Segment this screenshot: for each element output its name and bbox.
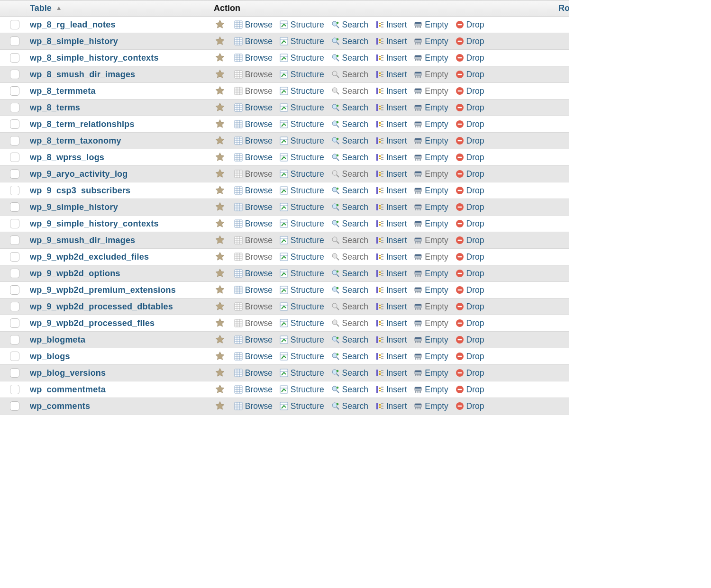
favorite-star-icon[interactable]: [215, 69, 225, 80]
insert-action[interactable]: Insert: [375, 70, 407, 80]
row-checkbox[interactable]: [10, 285, 19, 295]
search-action[interactable]: Search: [331, 20, 368, 30]
insert-action[interactable]: Insert: [375, 86, 407, 96]
table-name-link[interactable]: wp_9_simple_history: [30, 202, 118, 212]
table-name-link[interactable]: wp_8_term_relationships: [30, 119, 135, 129]
row-checkbox[interactable]: [10, 202, 19, 212]
insert-action[interactable]: Insert: [375, 169, 407, 179]
favorite-star-icon[interactable]: [215, 301, 225, 312]
drop-action[interactable]: Drop: [456, 368, 484, 378]
row-checkbox[interactable]: [10, 86, 19, 96]
empty-action[interactable]: Empty: [414, 202, 448, 212]
browse-action[interactable]: Browse: [234, 136, 273, 146]
drop-action[interactable]: Drop: [456, 235, 484, 245]
table-name-link[interactable]: wp_9_wpb2d_options: [30, 269, 120, 278]
structure-action[interactable]: Structure: [280, 269, 324, 279]
search-action[interactable]: Search: [331, 36, 368, 46]
empty-action[interactable]: Empty: [414, 36, 448, 46]
drop-action[interactable]: Drop: [456, 36, 484, 46]
browse-action[interactable]: Browse: [234, 269, 273, 279]
search-action[interactable]: Search: [331, 119, 368, 129]
insert-action[interactable]: Insert: [375, 401, 407, 411]
row-checkbox[interactable]: [10, 20, 19, 29]
insert-action[interactable]: Insert: [375, 53, 407, 63]
table-name-link[interactable]: wp_8_terms: [30, 103, 80, 112]
structure-action[interactable]: Structure: [280, 103, 324, 113]
empty-action[interactable]: Empty: [414, 103, 448, 113]
row-checkbox[interactable]: [10, 235, 19, 245]
search-action[interactable]: Search: [331, 219, 368, 229]
favorite-star-icon[interactable]: [215, 202, 225, 212]
row-checkbox[interactable]: [10, 36, 19, 46]
insert-action[interactable]: Insert: [375, 202, 407, 212]
drop-action[interactable]: Drop: [456, 401, 484, 411]
table-name-link[interactable]: wp_commentmeta: [30, 385, 106, 394]
header-table[interactable]: Table ▲: [26, 0, 210, 17]
empty-action[interactable]: Empty: [414, 269, 448, 279]
empty-action[interactable]: Empty: [414, 219, 448, 229]
table-name-link[interactable]: wp_8_termmeta: [30, 86, 96, 96]
search-action[interactable]: Search: [331, 368, 368, 378]
browse-action[interactable]: Browse: [234, 368, 273, 378]
drop-action[interactable]: Drop: [456, 169, 484, 179]
row-checkbox[interactable]: [10, 368, 19, 378]
insert-action[interactable]: Insert: [375, 252, 407, 262]
table-name-link[interactable]: wp_8_term_taxonomy: [30, 136, 121, 145]
row-checkbox[interactable]: [10, 103, 19, 112]
browse-action[interactable]: Browse: [234, 219, 273, 229]
favorite-star-icon[interactable]: [215, 19, 225, 30]
row-checkbox[interactable]: [10, 302, 19, 311]
favorite-star-icon[interactable]: [215, 252, 225, 262]
table-name-link[interactable]: wp_8_rg_lead_notes: [30, 20, 116, 29]
table-name-link[interactable]: wp_blogs: [30, 352, 70, 361]
structure-action[interactable]: Structure: [280, 153, 324, 163]
favorite-star-icon[interactable]: [215, 36, 225, 46]
structure-action[interactable]: Structure: [280, 285, 324, 295]
favorite-star-icon[interactable]: [215, 351, 225, 362]
favorite-star-icon[interactable]: [215, 102, 225, 113]
row-checkbox[interactable]: [10, 169, 19, 179]
structure-action[interactable]: Structure: [280, 368, 324, 378]
favorite-star-icon[interactable]: [215, 86, 225, 96]
empty-action[interactable]: Empty: [414, 53, 448, 63]
table-name-link[interactable]: wp_9_aryo_activity_log: [30, 169, 128, 179]
drop-action[interactable]: Drop: [456, 153, 484, 163]
structure-action[interactable]: Structure: [280, 401, 324, 411]
browse-action[interactable]: Browse: [234, 119, 273, 129]
table-name-link[interactable]: wp_9_csp3_subscribers: [30, 186, 130, 195]
insert-action[interactable]: Insert: [375, 335, 407, 345]
structure-action[interactable]: Structure: [280, 235, 324, 245]
search-action[interactable]: Search: [331, 269, 368, 279]
insert-action[interactable]: Insert: [375, 136, 407, 146]
empty-action[interactable]: Empty: [414, 136, 448, 146]
row-checkbox[interactable]: [10, 318, 19, 328]
table-name-link[interactable]: wp_8_smush_dir_images: [30, 70, 135, 79]
structure-action[interactable]: Structure: [280, 136, 324, 146]
search-action[interactable]: Search: [331, 153, 368, 163]
insert-action[interactable]: Insert: [375, 385, 407, 395]
empty-action[interactable]: Empty: [414, 186, 448, 196]
insert-action[interactable]: Insert: [375, 20, 407, 30]
structure-action[interactable]: Structure: [280, 252, 324, 262]
structure-action[interactable]: Structure: [280, 86, 324, 96]
drop-action[interactable]: Drop: [456, 186, 484, 196]
structure-action[interactable]: Structure: [280, 318, 324, 328]
empty-action[interactable]: Empty: [414, 368, 448, 378]
favorite-star-icon[interactable]: [215, 285, 225, 295]
drop-action[interactable]: Drop: [456, 318, 484, 328]
structure-action[interactable]: Structure: [280, 119, 324, 129]
insert-action[interactable]: Insert: [375, 235, 407, 245]
table-name-link[interactable]: wp_9_wpb2d_excluded_files: [30, 252, 149, 262]
browse-action[interactable]: Browse: [234, 352, 273, 362]
favorite-star-icon[interactable]: [215, 235, 225, 245]
drop-action[interactable]: Drop: [456, 103, 484, 113]
search-action[interactable]: Search: [331, 53, 368, 63]
row-checkbox[interactable]: [10, 136, 19, 145]
browse-action[interactable]: Browse: [234, 186, 273, 196]
browse-action[interactable]: Browse: [234, 36, 273, 46]
browse-action[interactable]: Browse: [234, 153, 273, 163]
row-checkbox[interactable]: [10, 219, 19, 228]
drop-action[interactable]: Drop: [456, 20, 484, 30]
search-action[interactable]: Search: [331, 401, 368, 411]
empty-action[interactable]: Empty: [414, 285, 448, 295]
